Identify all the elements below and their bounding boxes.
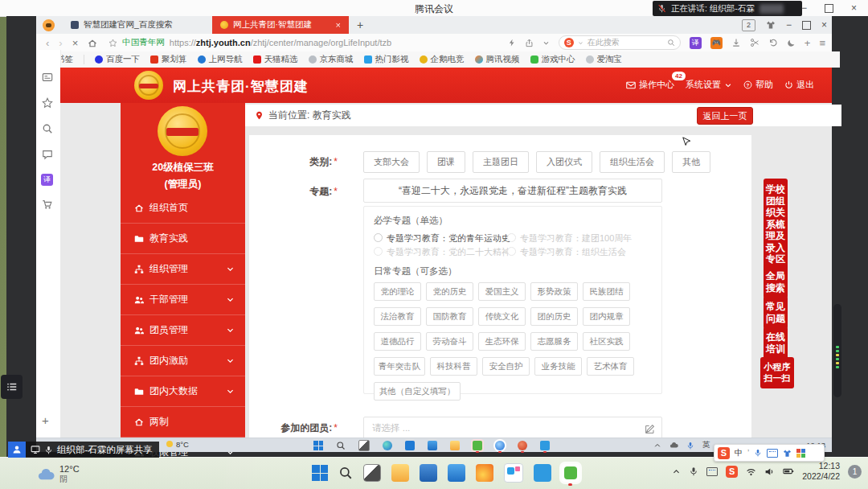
search-engine-dropdown-icon[interactable] <box>578 40 583 46</box>
tray-expand-icon[interactable] <box>653 442 661 450</box>
sidebar-search-icon[interactable] <box>42 121 53 135</box>
daily-topic-button[interactable]: 团的历史 <box>530 307 578 326</box>
night-mode-icon[interactable] <box>787 39 796 47</box>
translate-icon[interactable]: 译 <box>41 171 53 186</box>
daily-topic-button[interactable]: 党的历史 <box>426 282 473 301</box>
ime-lang-mode[interactable]: 中 <box>735 447 743 458</box>
file-explorer-icon[interactable] <box>391 464 409 482</box>
store-icon[interactable] <box>420 464 437 482</box>
daily-topic-button[interactable]: 社区实践 <box>583 332 630 351</box>
wechat-icon[interactable] <box>562 464 579 482</box>
category-branch-meeting[interactable]: 支部大会 <box>363 151 420 173</box>
tab-baidu-search[interactable]: 智慧团建官网_百度搜索 <box>63 16 207 34</box>
share-page-icon[interactable] <box>525 39 534 47</box>
powerpoint-icon[interactable] <box>518 441 527 450</box>
sogou-ime-icon[interactable]: S <box>718 447 730 459</box>
tab2-close-icon[interactable]: × <box>336 20 341 30</box>
banner-faq[interactable]: 常见问题 <box>764 296 788 329</box>
category-other[interactable]: 其他 <box>672 151 710 173</box>
speaker-icon[interactable] <box>764 466 775 477</box>
store-icon[interactable] <box>405 441 415 450</box>
daily-topic-button[interactable]: 道德品行 <box>374 332 421 351</box>
taskbar-weather[interactable]: 12°C 阴 <box>37 464 80 485</box>
topic-input[interactable]: “喜迎二十大，永远跟党走，奋进新征程”主题教育实践 <box>363 179 662 203</box>
required-option-100th-anniversary[interactable]: 专题学习教育：建团100周年 <box>507 232 632 244</box>
ime-mic-icon[interactable] <box>754 449 762 457</box>
daily-topic-button[interactable]: 生态环保 <box>478 332 526 351</box>
bookmark-jd[interactable]: 京东商城 <box>309 54 354 65</box>
bookmark-penguin-esports[interactable]: 企鹅电竞 <box>420 54 465 65</box>
nav-item-org-management[interactable]: 组织管理 <box>121 253 245 284</box>
mail-app-icon[interactable] <box>428 441 437 450</box>
battery-icon[interactable] <box>783 466 794 477</box>
shopping-cart-icon[interactable] <box>42 196 53 211</box>
category-induction-ceremony[interactable]: 入团仪式 <box>536 151 592 173</box>
browser-close-button[interactable]: × <box>821 19 827 31</box>
daily-topic-button[interactable]: 国防教育 <box>426 307 473 326</box>
nav-item-education-practice[interactable]: 教育实践 <box>121 223 245 253</box>
banner-online-training[interactable]: 在线培训 <box>764 327 788 360</box>
required-option-org-life[interactable]: 专题学习教育：组织生活会 <box>507 246 626 258</box>
tray-expand-icon[interactable] <box>672 467 681 476</box>
add-icon[interactable]: + <box>805 37 811 49</box>
browser-skin-icon[interactable] <box>766 20 776 30</box>
back-to-previous-button[interactable]: 返回上一页 <box>697 107 753 125</box>
clock[interactable]: 12:13 2022/4/22 <box>802 461 840 482</box>
bookmark-movies[interactable]: 热门影视 <box>364 54 409 65</box>
daily-topic-button[interactable]: 青年突击队 <box>374 357 425 376</box>
required-option-20th-congress[interactable]: 专题学习教育：党的二十大精神 <box>374 246 510 258</box>
mail-app-icon[interactable] <box>448 464 465 482</box>
meeting-toolbar-handle[interactable] <box>833 304 841 397</box>
meeting-minimize-button[interactable]: − <box>801 2 807 14</box>
docs-app-icon[interactable] <box>534 464 551 482</box>
touch-keyboard-icon[interactable] <box>706 467 718 476</box>
flash-icon[interactable] <box>508 39 516 47</box>
taskbar-search-icon[interactable] <box>338 466 353 480</box>
bookmark-nav[interactable]: 上网导航 <box>198 54 243 65</box>
input-language-indicator[interactable]: 英 <box>702 440 710 450</box>
search-input[interactable]: S 在此搜索 <box>559 35 681 50</box>
nav-item-cadre-management[interactable]: 干部管理 <box>121 284 245 314</box>
favorite-star-icon[interactable] <box>108 39 117 47</box>
task-view-icon[interactable] <box>358 440 370 451</box>
url-field[interactable]: 中国青年网 https://zhtj.youth.cn/zhtj/center/… <box>108 37 391 48</box>
nav-item-member-management[interactable]: 团员管理 <box>121 314 245 345</box>
daily-topic-button[interactable]: 业务技能 <box>534 357 582 376</box>
menu-icon[interactable]: ≡ <box>819 37 825 49</box>
category-league-class[interactable]: 团课 <box>427 151 465 173</box>
taskbar-search-icon[interactable] <box>336 441 346 450</box>
ime-keyboard-icon[interactable] <box>767 449 778 458</box>
meeting-close-button[interactable]: × <box>851 2 857 14</box>
nav-item-incentives[interactable]: 团内激励 <box>121 345 245 376</box>
file-explorer-icon[interactable] <box>450 441 460 450</box>
daily-topic-button[interactable]: 传统文化 <box>478 307 526 326</box>
task-view-icon[interactable] <box>363 464 381 482</box>
docs-app-icon[interactable] <box>540 441 550 450</box>
meeting-panel-toggle-button[interactable] <box>1 375 23 399</box>
nav-item-two-systems[interactable]: 两制 <box>121 406 245 437</box>
browser-minimize-button[interactable]: − <box>786 19 792 31</box>
video-app-icon[interactable] <box>504 463 523 483</box>
screen-share-indicator[interactable]: 组织部-石霖的屏幕共享 <box>8 442 159 458</box>
operation-center-menu[interactable]: 操作中心 42 <box>626 79 674 91</box>
daily-topic-button[interactable]: 爱国主义 <box>478 282 526 301</box>
screenshot-scissors-icon[interactable] <box>750 38 760 47</box>
logout-menu[interactable]: 退出 <box>784 79 814 91</box>
cloud-icon[interactable] <box>669 441 678 450</box>
daily-topic-button[interactable]: 党的理论 <box>374 282 421 301</box>
bookmark-tmall[interactable]: 天猫精选 <box>253 54 298 65</box>
chevron-down-icon[interactable] <box>542 39 550 47</box>
history-undo-icon[interactable] <box>768 38 778 47</box>
search-icon[interactable] <box>667 39 675 47</box>
start-button[interactable] <box>313 441 323 450</box>
bookmark-game-center[interactable]: 游戏中心 <box>530 54 575 65</box>
daily-topic-button[interactable]: 艺术体育 <box>587 357 634 376</box>
daily-topic-button[interactable]: 民族团结 <box>583 282 630 301</box>
reading-list-icon[interactable] <box>42 69 53 84</box>
daily-topic-button[interactable]: 劳动奋斗 <box>426 332 473 351</box>
tab-zhtj-active[interactable]: 网上共青团·智慧团建 × <box>212 16 349 34</box>
favorites-star-icon[interactable] <box>42 95 53 109</box>
wechat-icon[interactable] <box>473 441 482 450</box>
banner-global-search[interactable]: 全局搜索 <box>764 265 788 298</box>
tray-mic-icon[interactable] <box>689 466 698 476</box>
